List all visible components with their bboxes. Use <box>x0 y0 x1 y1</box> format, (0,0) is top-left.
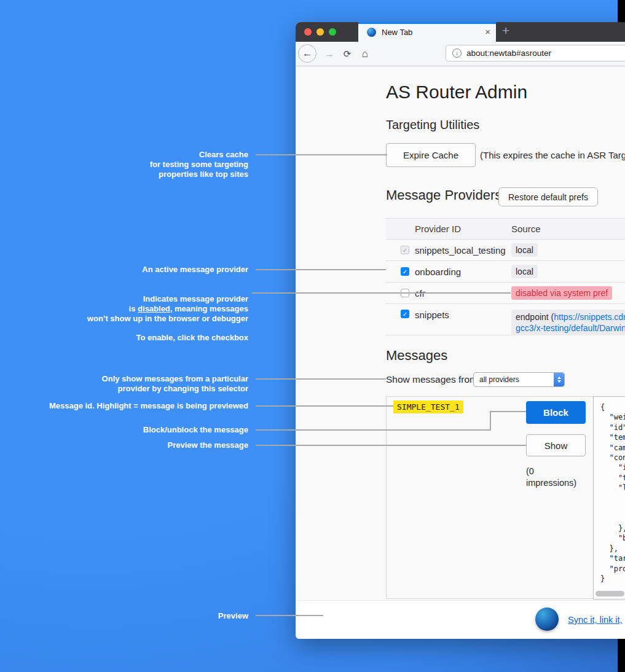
provider-checkbox-checked[interactable] <box>401 267 409 276</box>
select-stepper-icon[interactable] <box>554 373 564 386</box>
info-icon[interactable]: i <box>452 49 462 58</box>
show-messages-from-label: Show messages from <box>386 374 478 385</box>
connector-preview <box>256 615 323 616</box>
source-badge-local: local <box>511 265 538 278</box>
source-badge-disabled: disabled via system pref <box>511 286 612 300</box>
table-row-snippets-local-testing: snippets_local_testing local <box>386 240 625 261</box>
annotation-preview-label: Preview <box>218 611 248 621</box>
endpoint-link[interactable]: https://snippets.cdn. <box>554 312 625 322</box>
providers-table-header: Provider ID Source <box>386 218 625 240</box>
endpoint-link-line2[interactable]: gcc3/x-testing/default/Darwin%2 <box>516 323 625 333</box>
provider-id: snippets_local_testing <box>415 245 511 256</box>
message-id-highlighted: SIMPLE_TEST_1 <box>393 400 463 413</box>
home-icon[interactable]: ⌂ <box>358 42 372 66</box>
close-tab-icon[interactable]: × <box>485 26 490 37</box>
annotation-clears-cache: Clears cache for testing some targeting … <box>150 150 248 179</box>
snippet-preview-link[interactable]: Sync it, link it, <box>568 615 623 625</box>
active-tab-indicator <box>358 22 496 24</box>
annotation-active-provider: An active message provider <box>142 265 248 275</box>
connector-show <box>256 445 526 446</box>
messages-heading: Messages <box>386 348 447 364</box>
window-controls <box>304 28 336 36</box>
annotation-preview-message: Preview the message <box>167 440 248 450</box>
tab-title: New Tab <box>382 28 412 37</box>
url-text: about:newtab#asrouter <box>466 49 551 58</box>
expire-cache-note: (This expires the cache in ASR Target <box>480 150 625 160</box>
messages-table: SIMPLE_TEST_1 Block Show (0 impressions)… <box>386 396 625 599</box>
forward-icon[interactable]: → <box>323 42 336 66</box>
annotation-block: Block/unblock the message <box>143 425 248 435</box>
provider-checkbox-disabled[interactable] <box>401 246 409 254</box>
provider-checkbox-checked[interactable] <box>401 310 409 318</box>
canvas: New Tab × + ← → ⟳ ⌂ i about:newtab#asrou… <box>0 0 625 672</box>
table-row-onboarding: onboarding local <box>386 261 625 283</box>
provider-filter-select[interactable]: all providers <box>473 372 565 387</box>
connector-block-h1 <box>256 429 491 431</box>
table-row-snippets: snippets endpoint (https://snippets.cdn.… <box>386 304 625 335</box>
connector-clears-cache <box>256 154 387 155</box>
minimize-window-button[interactable] <box>316 28 324 36</box>
expire-cache-button[interactable]: Expire Cache <box>386 143 476 167</box>
annotation-message-id: Message id. Highlight = message is being… <box>49 401 248 411</box>
show-button[interactable]: Show <box>526 434 586 456</box>
message-json-panel: { "wei "id" "tem "cam "con "i "t "l }, "… <box>593 396 625 600</box>
annotation-disabled-provider: Indicates message provider is disabled, … <box>87 294 248 324</box>
connector-message-id <box>256 405 393 407</box>
connector-block-h2 <box>490 411 526 412</box>
providers-table: Provider ID Source snippets_local_testin… <box>386 218 625 335</box>
restore-default-prefs-button[interactable]: Restore default prefs <box>498 187 598 206</box>
browser-titlebar: New Tab × + <box>296 22 625 42</box>
connector-filter-selector <box>256 378 386 380</box>
impressions-count: (0 impressions) <box>526 466 583 489</box>
horizontal-scrollbar-thumb[interactable] <box>596 591 624 596</box>
zoom-window-button[interactable] <box>329 28 336 36</box>
new-tab-button[interactable]: + <box>502 23 509 38</box>
block-button[interactable]: Block <box>526 401 586 424</box>
page-title: AS Router Admin <box>386 82 527 103</box>
endpoint-prefix: endpoint ( <box>516 312 554 322</box>
source-badge-local: local <box>511 243 538 257</box>
url-bar[interactable]: i about:newtab#asrouter <box>446 45 625 61</box>
tab-favicon-globe-icon <box>367 28 376 37</box>
message-providers-heading: Message Providers <box>386 187 501 203</box>
browser-window: New Tab × + ← → ⟳ ⌂ i about:newtab#asrou… <box>296 22 625 639</box>
provider-id-column-header: Provider ID <box>415 224 511 234</box>
connector-block-v <box>490 411 491 431</box>
annotation-enable-checkbox: To enable, click the checkbox <box>136 333 248 343</box>
provider-id: onboarding <box>415 267 511 277</box>
source-badge-endpoint: endpoint (https://snippets.cdn.gcc3/x-te… <box>511 310 625 335</box>
provider-filter-value: all providers <box>474 375 554 384</box>
annotation-filter-selector: Only show messages from a particular pro… <box>102 374 248 394</box>
provider-id: snippets <box>415 310 511 320</box>
snippet-globe-icon <box>535 608 559 631</box>
connector-active-provider <box>256 269 386 270</box>
close-window-button[interactable] <box>304 28 312 36</box>
connector-disabled-provider <box>252 292 511 294</box>
message-json-code: { "wei "id" "tem "cam "con "i "t "l }, "… <box>594 397 625 584</box>
browser-navbar: ← → ⟳ ⌂ i about:newtab#asrouter <box>296 42 625 66</box>
source-column-header: Source <box>511 224 625 234</box>
targeting-utilities-heading: Targeting Utilities <box>386 118 479 132</box>
back-icon[interactable]: ← <box>298 44 316 63</box>
reload-icon[interactable]: ⟳ <box>340 42 354 66</box>
tab-new-tab[interactable]: New Tab × <box>358 22 496 42</box>
